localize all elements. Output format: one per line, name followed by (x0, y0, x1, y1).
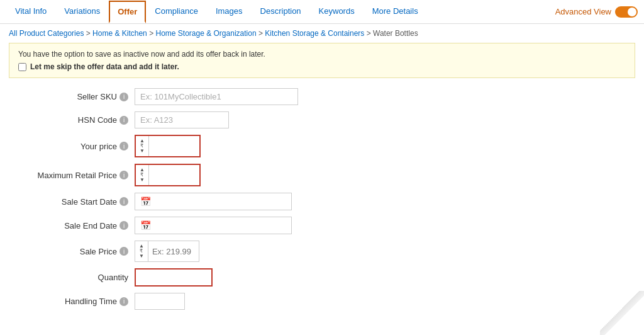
sale-start-date-row: Sale Start Date i 📅 (0, 193, 644, 210)
seller-sku-info-icon[interactable]: i (119, 93, 128, 101)
handling-time-wrapper (135, 293, 185, 310)
seller-sku-label: Seller SKU i (9, 92, 135, 101)
tab-variations[interactable]: Variations (55, 0, 109, 24)
your-price-info-icon[interactable]: i (119, 142, 128, 150)
seller-sku-field[interactable] (135, 88, 298, 105)
breadcrumb: All Product Categories > Home & Kitchen … (0, 24, 644, 43)
breadcrumb-kitchen-storage[interactable]: Kitchen Storage & Containers (265, 29, 364, 38)
hsn-code-row: HSN Code i (0, 111, 644, 128)
advanced-view-label: Advanced View (555, 7, 611, 16)
skip-offer-checkbox[interactable] (18, 63, 26, 71)
sale-end-date-row: Sale End Date i 📅 (0, 217, 644, 234)
sale-price-label: Sale Price i (9, 247, 135, 256)
sale-price-row: Sale Price i ▲ ₹ ▼ (0, 241, 644, 262)
breadcrumb-home-storage[interactable]: Home Storage & Organization (155, 29, 256, 38)
hsn-code-field[interactable] (135, 111, 229, 128)
handling-time-row: Handling Time i (0, 293, 644, 310)
your-price-row: Your price i ▲ ₹ ▼ 349 (0, 135, 644, 157)
quantity-row: Quantity 10 (0, 268, 644, 287)
skip-offer-label: Let me skip the offer data and add it la… (30, 62, 179, 71)
your-price-wrapper: ▲ ₹ ▼ 349 (135, 135, 201, 157)
your-price-input[interactable]: 349 (149, 139, 199, 154)
sale-price-info-icon[interactable]: i (119, 247, 128, 256)
advanced-view-switch[interactable] (615, 6, 638, 18)
sale-price-wrapper: ▲ ₹ ▼ (135, 241, 199, 262)
sale-end-date-wrapper: 📅 (135, 217, 292, 234)
seller-sku-row: Seller SKU i (0, 88, 644, 105)
mrp-wrapper: ▲ ₹ ▼ 699 (135, 164, 201, 186)
hsn-code-input[interactable] (135, 111, 229, 128)
sale-start-date-input[interactable] (156, 195, 291, 209)
sale-end-date-input[interactable] (156, 219, 291, 233)
mrp-label: Maximum Retail Price i (9, 171, 135, 180)
handling-time-input[interactable] (135, 293, 185, 310)
quantity-input[interactable]: 10 (136, 270, 211, 285)
tab-description[interactable]: Description (252, 0, 310, 24)
tab-more-details[interactable]: More Details (364, 0, 427, 24)
tab-keywords[interactable]: Keywords (310, 0, 364, 24)
mrp-currency-icon[interactable]: ▲ ₹ ▼ (136, 165, 149, 185)
tab-bar: Vital Info Variations Offer Compliance I… (0, 0, 644, 24)
handling-time-info-icon[interactable]: i (119, 297, 128, 306)
sale-start-date-wrapper: 📅 (135, 193, 292, 210)
sale-start-date-calendar-icon[interactable]: 📅 (135, 193, 156, 210)
tab-vital-info[interactable]: Vital Info (6, 0, 55, 24)
breadcrumb-water-bottles: Water Bottles (373, 29, 418, 38)
mrp-row: Maximum Retail Price i ▲ ₹ ▼ 699 (0, 164, 644, 186)
banner-text: You have the option to save as inactive … (18, 50, 265, 59)
handling-time-label: Handling Time i (9, 297, 135, 306)
sale-price-currency-icon[interactable]: ▲ ₹ ▼ (135, 241, 148, 261)
mrp-info-icon[interactable]: i (119, 171, 128, 179)
tab-offer[interactable]: Offer (109, 1, 146, 23)
quantity-wrapper: 10 (135, 268, 213, 287)
advanced-view-toggle[interactable]: Advanced View (555, 6, 638, 18)
hsn-code-info-icon[interactable]: i (119, 116, 128, 125)
sale-start-date-label: Sale Start Date i (9, 197, 135, 207)
sale-start-date-info-icon[interactable]: i (119, 197, 128, 206)
form-area: Seller SKU i HSN Code i Your price i ▲ ₹… (0, 86, 644, 310)
sale-end-date-info-icon[interactable]: i (119, 221, 128, 230)
your-price-label: Your price i (9, 142, 135, 151)
tab-compliance[interactable]: Compliance (146, 0, 207, 24)
sale-price-input[interactable] (148, 244, 199, 259)
quantity-label: Quantity (9, 273, 135, 282)
tab-images[interactable]: Images (207, 0, 252, 24)
mrp-input[interactable]: 699 (149, 168, 199, 183)
sale-end-date-label: Sale End Date i (9, 221, 135, 230)
hsn-code-label: HSN Code i (9, 115, 135, 125)
your-price-currency-icon[interactable]: ▲ ₹ ▼ (136, 136, 149, 156)
breadcrumb-all-products[interactable]: All Product Categories (9, 29, 84, 38)
seller-sku-input[interactable] (135, 88, 298, 105)
breadcrumb-home-kitchen[interactable]: Home & Kitchen (92, 29, 147, 38)
sale-end-date-calendar-icon[interactable]: 📅 (135, 217, 156, 234)
info-banner: You have the option to save as inactive … (9, 43, 635, 78)
